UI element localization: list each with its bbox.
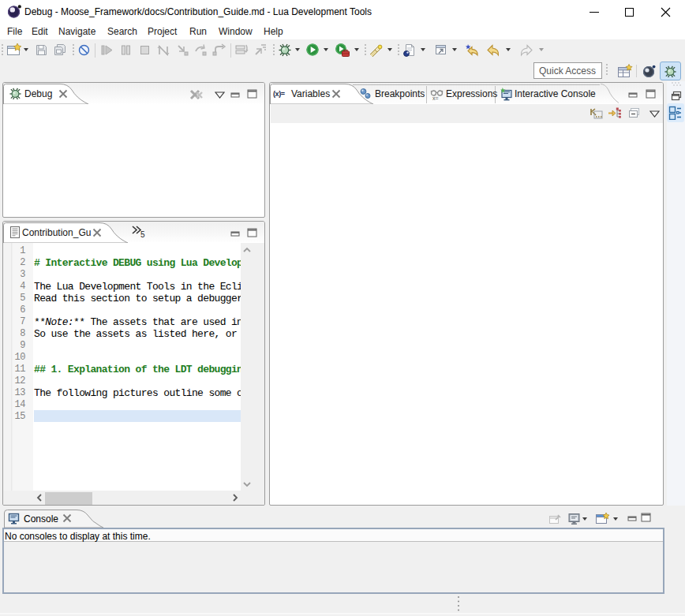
svg-text:x=: x=: [432, 95, 439, 101]
svg-text:5: 5: [140, 230, 145, 239]
